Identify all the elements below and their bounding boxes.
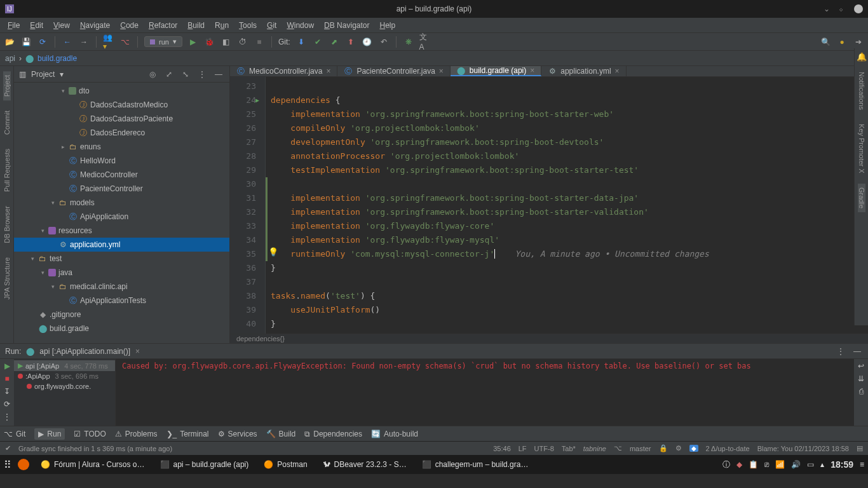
git-push-icon[interactable]: ⬈ <box>329 36 340 48</box>
tool-terminal[interactable]: ❯_Terminal <box>166 430 209 438</box>
project-tree[interactable]: ▾dtoⒿDadosCadastroMedicoⒿDadosCadastroPa… <box>14 83 229 343</box>
down-icon[interactable]: ↧ <box>4 387 10 396</box>
close-icon[interactable] <box>854 4 863 13</box>
tree-item[interactable]: ▸🗀enuns <box>14 140 229 154</box>
stop-icon[interactable]: ■ <box>254 36 265 48</box>
tree-item[interactable]: ⒸApiApplication <box>14 210 229 224</box>
tool-services[interactable]: ⚙Services <box>218 430 257 438</box>
chevron-icon[interactable]: ▾ <box>50 283 56 290</box>
chevron-icon[interactable]: ▾ <box>50 200 56 206</box>
menu-navigate[interactable]: Navigate <box>76 20 114 31</box>
run-tree-item[interactable]: :ApiApp3 sec, 696 ms <box>14 371 115 381</box>
line-separator[interactable]: LF <box>519 445 527 452</box>
chevron-icon[interactable]: ▸ <box>60 144 66 150</box>
mem-icon[interactable]: ▤ <box>857 444 863 452</box>
tabnine-widget[interactable]: tabnine <box>583 445 606 452</box>
ide-update-icon[interactable]: ● <box>836 36 848 48</box>
close-tab-icon[interactable]: × <box>530 66 534 75</box>
run-tree[interactable]: ▶api [:ApiAp4 sec, 778 ms:ApiApp3 sec, 6… <box>14 359 116 426</box>
taskbar-clock[interactable]: 18:59 <box>831 459 853 470</box>
spring-icon[interactable]: ❋ <box>403 36 414 48</box>
tree-item[interactable]: ⒸHelloWord <box>14 154 229 168</box>
chevron-icon[interactable]: ▾ <box>39 227 46 234</box>
code-breadcrumb[interactable]: dependencies{} <box>230 334 868 343</box>
menu-code[interactable]: Code <box>116 20 142 31</box>
tool-run[interactable]: ▶Run <box>34 428 65 440</box>
chevron-icon[interactable]: ▾ <box>39 269 46 276</box>
menu-window[interactable]: Window <box>283 20 318 31</box>
taskbar-app[interactable]: ⬛api – build.gradle (api) <box>155 459 254 470</box>
tray-cast-icon[interactable]: ⎚ <box>764 460 769 469</box>
strip-project[interactable]: Project <box>3 71 11 100</box>
menu-run[interactable]: Run <box>211 20 233 31</box>
tree-item[interactable]: ⬤build.gradle <box>14 322 229 336</box>
menu-file[interactable]: File <box>4 20 24 31</box>
print-icon[interactable]: ⎙ <box>859 387 864 396</box>
close-tab-icon[interactable]: × <box>326 67 330 76</box>
menu-refactor[interactable]: Refactor <box>145 20 181 31</box>
apps-icon[interactable]: ⠿ <box>4 459 11 471</box>
editor-tab[interactable]: ⚙application.yml× <box>541 66 626 76</box>
hide-icon[interactable]: — <box>851 346 863 357</box>
chevron-icon[interactable]: ▾ <box>60 88 66 94</box>
strip-db-browser[interactable]: DB Browser <box>3 202 11 247</box>
taskbar-app[interactable]: 🟡Fórum | Alura - Cursos o… <box>36 459 150 470</box>
tree-item[interactable]: ⒿDadosCadastroPaciente <box>14 112 229 126</box>
run-tree-item[interactable]: ▶api [:ApiAp4 sec, 778 ms <box>14 360 115 371</box>
tree-item[interactable]: ⚙application.yml <box>14 238 229 252</box>
tray-chevron-icon[interactable]: ▴ <box>820 460 824 469</box>
restart-icon[interactable]: ⟳ <box>4 400 10 409</box>
encoding[interactable]: UTF-8 <box>534 445 554 452</box>
breadcrumb-file[interactable]: build.gradle <box>37 54 77 63</box>
tree-item[interactable]: ◆.gitignore <box>14 308 229 322</box>
users-icon[interactable]: 👥▾ <box>103 36 114 48</box>
tree-item[interactable]: ▾dto <box>14 84 229 98</box>
editor-tab[interactable]: ⒸPacienteController.java× <box>337 66 450 76</box>
settings-icon[interactable]: ➔ <box>853 36 864 48</box>
intention-bulb-icon[interactable]: 💡 <box>268 247 278 257</box>
translate-icon[interactable]: 文A <box>419 36 431 48</box>
tree-item[interactable]: ⒸMedicoController <box>14 168 229 182</box>
more-icon[interactable]: ⋮ <box>3 412 11 421</box>
softwrap-icon[interactable]: ↩ <box>858 362 864 370</box>
strip-gradle[interactable]: Gradle <box>858 184 865 212</box>
notifications-icon[interactable]: 🔔 <box>857 52 867 62</box>
target-icon[interactable]: ◎ <box>147 69 158 80</box>
tree-item[interactable]: ⒸApiApplicationTests <box>14 294 229 308</box>
git-commit-icon[interactable]: ✔ <box>312 36 323 48</box>
lock-icon[interactable]: 🔒 <box>659 444 668 452</box>
tray-updates-icon[interactable]: ◆ <box>736 460 742 469</box>
git-pull-icon[interactable]: ⬇ <box>295 36 307 48</box>
tree-item[interactable]: ▾resources <box>14 224 229 238</box>
tray-clipboard-icon[interactable]: 📋 <box>749 460 758 469</box>
firefox-icon[interactable] <box>18 459 29 470</box>
breadcrumb-root[interactable]: api <box>5 54 15 63</box>
save-icon[interactable]: 💾 <box>20 36 32 48</box>
tree-item[interactable]: ▾🗀test <box>14 252 229 266</box>
git-history-icon[interactable]: 🕘 <box>362 36 373 48</box>
forward-icon[interactable]: → <box>78 36 90 48</box>
scroll-icon[interactable]: ⇊ <box>858 374 864 383</box>
editor-tab[interactable]: ⒸMedicoController.java× <box>230 66 337 76</box>
maximize-icon[interactable]: ⬦ <box>839 4 848 13</box>
debug-icon[interactable]: 🐞 <box>204 36 215 48</box>
close-tab-icon[interactable]: × <box>135 347 140 356</box>
tool-dependencies[interactable]: ⧉Dependencies <box>304 430 362 438</box>
tray-vol-icon[interactable]: 🔊 <box>791 460 801 469</box>
menu-edit[interactable]: Edit <box>26 20 47 31</box>
branch-icon[interactable]: ⌥ <box>119 36 131 48</box>
tool-git[interactable]: ⌥Git <box>4 430 25 438</box>
menu-dbnav[interactable]: DB Navigator <box>320 20 373 31</box>
menu-tools[interactable]: Tools <box>235 20 261 31</box>
more-icon[interactable]: ⋮ <box>835 346 846 357</box>
expand-icon[interactable]: ⤢ <box>163 69 175 80</box>
tree-item[interactable]: ⒿDadosEndereco <box>14 126 229 140</box>
back-icon[interactable]: ← <box>62 36 73 48</box>
stop-icon[interactable]: ■ <box>4 374 9 383</box>
run-tab[interactable]: api [:ApiApplication.main()] <box>39 347 130 356</box>
git-rollback-icon[interactable]: ↶ <box>378 36 390 48</box>
run-icon[interactable]: ▶ <box>187 36 199 48</box>
profile-icon[interactable]: ⏱ <box>237 36 248 48</box>
gear-icon[interactable]: ⚙ <box>675 444 682 452</box>
taskbar-app[interactable]: 🟠Postman <box>259 459 312 470</box>
